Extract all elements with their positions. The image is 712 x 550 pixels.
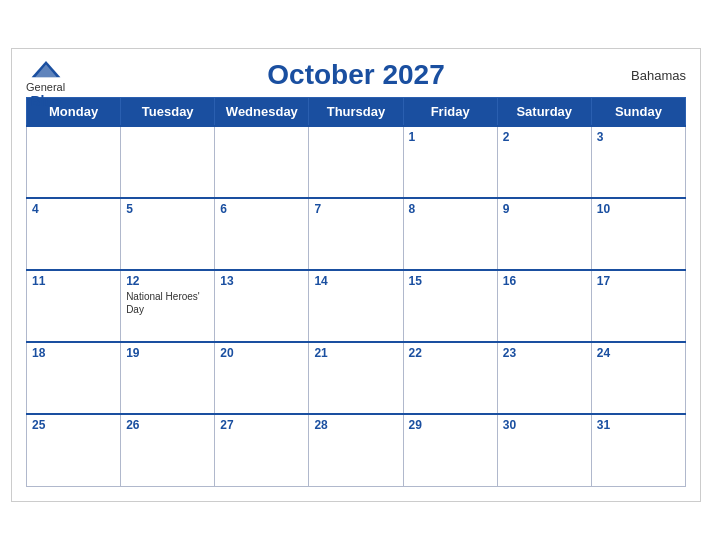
day-number: 27 <box>220 418 303 432</box>
day-number: 2 <box>503 130 586 144</box>
week-row-5: 25262728293031 <box>27 414 686 486</box>
event-text: National Heroes' Day <box>126 290 209 316</box>
day-header-thursday: Thursday <box>309 98 403 127</box>
calendar-cell: 23 <box>497 342 591 414</box>
day-number: 3 <box>597 130 680 144</box>
day-number: 22 <box>409 346 492 360</box>
day-number: 12 <box>126 274 209 288</box>
calendar-cell: 16 <box>497 270 591 342</box>
calendar-cell: 4 <box>27 198 121 270</box>
calendar-cell <box>309 126 403 198</box>
day-header-saturday: Saturday <box>497 98 591 127</box>
day-number: 18 <box>32 346 115 360</box>
calendar-cell <box>215 126 309 198</box>
month-title: October 2027 <box>267 59 444 91</box>
calendar-cell: 30 <box>497 414 591 486</box>
calendar-cell: 3 <box>591 126 685 198</box>
day-number: 7 <box>314 202 397 216</box>
day-number: 15 <box>409 274 492 288</box>
calendar-wrapper: General Blue October 2027 Bahamas Monday… <box>11 48 701 502</box>
calendar-cell: 2 <box>497 126 591 198</box>
day-number: 24 <box>597 346 680 360</box>
calendar-cell: 15 <box>403 270 497 342</box>
day-number: 26 <box>126 418 209 432</box>
days-header-row: MondayTuesdayWednesdayThursdayFridaySatu… <box>27 98 686 127</box>
day-number: 20 <box>220 346 303 360</box>
calendar-cell: 28 <box>309 414 403 486</box>
day-number: 21 <box>314 346 397 360</box>
day-number: 13 <box>220 274 303 288</box>
calendar-cell: 9 <box>497 198 591 270</box>
day-number: 1 <box>409 130 492 144</box>
day-number: 28 <box>314 418 397 432</box>
calendar-cell: 10 <box>591 198 685 270</box>
calendar-cell: 21 <box>309 342 403 414</box>
week-row-1: 123 <box>27 126 686 198</box>
day-number: 25 <box>32 418 115 432</box>
day-number: 14 <box>314 274 397 288</box>
day-number: 16 <box>503 274 586 288</box>
calendar-cell: 13 <box>215 270 309 342</box>
day-header-friday: Friday <box>403 98 497 127</box>
day-header-sunday: Sunday <box>591 98 685 127</box>
calendar-cell <box>27 126 121 198</box>
day-number: 17 <box>597 274 680 288</box>
week-row-2: 45678910 <box>27 198 686 270</box>
calendar-cell: 8 <box>403 198 497 270</box>
calendar-cell: 14 <box>309 270 403 342</box>
calendar-cell: 25 <box>27 414 121 486</box>
day-number: 29 <box>409 418 492 432</box>
calendar-cell: 11 <box>27 270 121 342</box>
day-number: 10 <box>597 202 680 216</box>
week-row-3: 1112National Heroes' Day1314151617 <box>27 270 686 342</box>
day-header-wednesday: Wednesday <box>215 98 309 127</box>
day-number: 4 <box>32 202 115 216</box>
day-number: 23 <box>503 346 586 360</box>
calendar-cell: 1 <box>403 126 497 198</box>
calendar-cell: 31 <box>591 414 685 486</box>
calendar-cell: 26 <box>121 414 215 486</box>
calendar-cell: 24 <box>591 342 685 414</box>
calendar-table: MondayTuesdayWednesdayThursdayFridaySatu… <box>26 97 686 487</box>
day-number: 9 <box>503 202 586 216</box>
calendar-cell: 19 <box>121 342 215 414</box>
calendar-header: General Blue October 2027 Bahamas <box>26 59 686 91</box>
day-number: 6 <box>220 202 303 216</box>
week-row-4: 18192021222324 <box>27 342 686 414</box>
calendar-cell: 20 <box>215 342 309 414</box>
day-number: 19 <box>126 346 209 360</box>
calendar-cell: 29 <box>403 414 497 486</box>
calendar-cell: 22 <box>403 342 497 414</box>
calendar-cell: 5 <box>121 198 215 270</box>
calendar-cell: 17 <box>591 270 685 342</box>
calendar-cell: 6 <box>215 198 309 270</box>
day-number: 31 <box>597 418 680 432</box>
day-number: 30 <box>503 418 586 432</box>
day-header-tuesday: Tuesday <box>121 98 215 127</box>
calendar-cell: 7 <box>309 198 403 270</box>
calendar-cell <box>121 126 215 198</box>
logo-general-text: General <box>26 81 65 93</box>
country-label: Bahamas <box>631 68 686 83</box>
day-number: 5 <box>126 202 209 216</box>
calendar-cell: 27 <box>215 414 309 486</box>
calendar-cell: 18 <box>27 342 121 414</box>
calendar-cell: 12National Heroes' Day <box>121 270 215 342</box>
day-number: 11 <box>32 274 115 288</box>
logo-icon <box>28 59 64 81</box>
logo-blue-text: Blue <box>30 93 60 109</box>
day-number: 8 <box>409 202 492 216</box>
logo-area: General Blue <box>26 59 65 109</box>
